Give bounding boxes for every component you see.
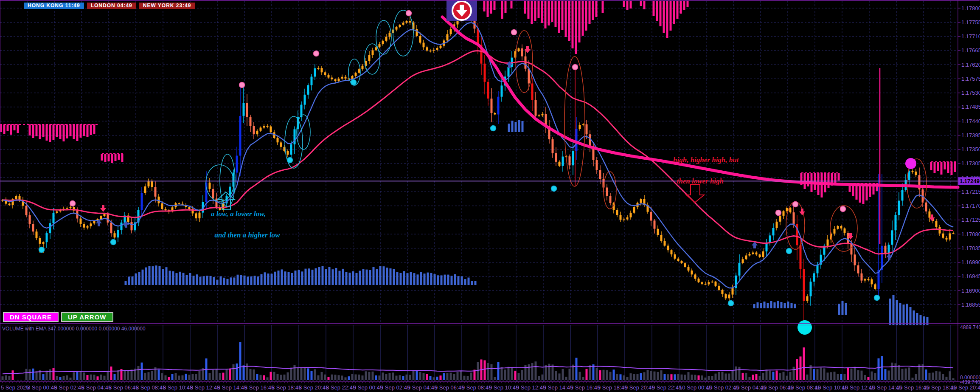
svg-text:1.17755: 1.17755 <box>961 19 980 25</box>
svg-text:1.17530: 1.17530 <box>961 90 980 96</box>
low-annotation: a low, a lower low, and then a higher lo… <box>211 209 280 240</box>
svg-text:8 Sep 00:45: 8 Sep 00:45 <box>27 384 57 391</box>
svg-text:9 Sep 02:45: 9 Sep 02:45 <box>380 384 410 391</box>
svg-text:9 Sep 14:45: 9 Sep 14:45 <box>543 384 573 391</box>
svg-text:9 Sep 12:45: 9 Sep 12:45 <box>516 384 546 391</box>
pink-high-dot <box>70 201 76 206</box>
svg-text:9 Sep 20:45: 9 Sep 20:45 <box>625 384 654 391</box>
svg-text:1.17170: 1.17170 <box>961 203 980 209</box>
pink-high-dot <box>573 65 578 70</box>
svg-text:9 Sep 22:45: 9 Sep 22:45 <box>652 384 682 391</box>
cyan-ellipse <box>376 20 391 54</box>
high-annotation-line1: high, higher high, but <box>673 156 739 164</box>
price-chart[interactable]: 1.178001.177551.177101.176651.176201.175… <box>0 0 980 392</box>
svg-text:8 Sep 02:45: 8 Sep 02:45 <box>54 384 84 391</box>
sell-signal-icon <box>446 0 477 21</box>
time-axis: 5 Sep 20258 Sep 00:458 Sep 02:458 Sep 04… <box>1 384 980 391</box>
session-clocks: HONG KONG 11:49 LONDON 04:49 NEW YORK 23… <box>24 3 195 9</box>
grid <box>0 1 958 382</box>
high-annotation: high, higher high, but then lower high <box>673 155 739 186</box>
svg-text:9 Sep 00:45: 9 Sep 00:45 <box>353 384 383 391</box>
up-arrow-marker <box>886 254 892 260</box>
svg-text:9 Sep 18:45: 9 Sep 18:45 <box>598 384 627 391</box>
svg-text:8 Sep 22:45: 8 Sep 22:45 <box>326 384 356 391</box>
pink-high-dot <box>239 82 245 88</box>
svg-text:8 Sep 14:45: 8 Sep 14:45 <box>217 384 247 391</box>
cyan-low-dot <box>786 248 792 254</box>
trading-chart-window: 1.178001.177551.177101.176651.176201.175… <box>0 0 980 392</box>
volume-pane <box>2 342 955 380</box>
session-london: LONDON 04:49 <box>87 3 136 9</box>
high-annotation-line2: then lower high <box>677 177 724 185</box>
red-ellipse <box>604 172 616 209</box>
red-ellipse <box>564 56 585 186</box>
candlesticks <box>2 8 955 323</box>
price-axis: 1.178001.177551.177101.176651.176201.175… <box>958 5 980 385</box>
svg-text:1.17710: 1.17710 <box>961 33 980 39</box>
svg-text:1.17665: 1.17665 <box>961 47 980 54</box>
svg-text:8 Sep 08:45: 8 Sep 08:45 <box>136 384 166 391</box>
pink-high-dot <box>511 30 517 35</box>
big-magenta-ball <box>905 158 916 169</box>
cyan-low-dot <box>39 247 45 253</box>
svg-text:1.17125: 1.17125 <box>961 217 980 223</box>
session-hongkong: HONG KONG 11:49 <box>24 3 84 9</box>
svg-text:5 Sep 2025: 5 Sep 2025 <box>1 384 29 391</box>
svg-text:9 Sep 10:45: 9 Sep 10:45 <box>489 384 519 391</box>
svg-text:1.16945: 1.16945 <box>961 273 980 279</box>
volume-indicator-label: VOLUME with EMA 347.000000 0.000000 0.00… <box>2 326 146 332</box>
cyan-low-dot <box>874 295 880 301</box>
pink-high-dot <box>776 210 781 216</box>
svg-text:1.17035: 1.17035 <box>961 245 980 251</box>
svg-text:8 Sep 10:45: 8 Sep 10:45 <box>163 384 193 391</box>
cyan-low-dot <box>111 240 116 245</box>
svg-text:1.17350: 1.17350 <box>961 146 980 152</box>
red-outline-down-arrow <box>686 184 704 203</box>
svg-text:1.16900: 1.16900 <box>961 288 980 294</box>
low-annotation-line2: and then a higher low <box>215 231 280 239</box>
svg-text:9 Sep 06:45: 9 Sep 06:45 <box>435 384 464 391</box>
svg-text:10 Sep 20:45: 10 Sep 20:45 <box>951 384 980 391</box>
pink-high-dot <box>406 11 412 16</box>
signal-legend: DN SQUARE UP ARROW <box>3 312 113 322</box>
up-arrow-badge: UP ARROW <box>61 312 113 322</box>
down-arrow-marker <box>100 205 106 212</box>
svg-text:1.17440: 1.17440 <box>961 118 980 124</box>
svg-text:1.16855: 1.16855 <box>961 302 980 308</box>
svg-text:8 Sep 16:45: 8 Sep 16:45 <box>244 384 274 391</box>
svg-text:9 Sep 16:45: 9 Sep 16:45 <box>570 384 600 391</box>
cyan-ellipse <box>297 115 310 149</box>
cyan-low-dot <box>728 301 734 306</box>
svg-text:1.17485: 1.17485 <box>961 104 980 110</box>
big-cyan-ball <box>797 320 812 335</box>
svg-text:1.17395: 1.17395 <box>961 132 980 138</box>
svg-text:8 Sep 18:45: 8 Sep 18:45 <box>272 384 301 391</box>
session-newyork: NEW YORK 23:49 <box>139 3 195 9</box>
pink-high-dot <box>793 202 798 207</box>
svg-text:1.16990: 1.16990 <box>961 259 980 265</box>
cyan-low-dot <box>551 186 557 192</box>
svg-text:1.17800: 1.17800 <box>961 5 980 11</box>
svg-text:1.17249: 1.17249 <box>960 178 980 184</box>
svg-text:1.17620: 1.17620 <box>961 62 980 68</box>
svg-text:4869.74000: 4869.74000 <box>960 324 980 330</box>
pink-high-dot <box>314 51 319 56</box>
svg-text:1.17305: 1.17305 <box>961 160 980 166</box>
svg-text:1.17575: 1.17575 <box>961 76 980 82</box>
svg-text:9 Sep 08:45: 9 Sep 08:45 <box>462 384 491 391</box>
dn-square-badge: DN SQUARE <box>3 312 59 322</box>
pink-high-dot <box>840 206 846 212</box>
svg-text:8 Sep 20:45: 8 Sep 20:45 <box>299 384 329 391</box>
cyan-low-dot <box>491 126 496 131</box>
svg-text:8 Sep 12:45: 8 Sep 12:45 <box>190 384 220 391</box>
low-annotation-line1: a low, a lower low, <box>211 210 266 218</box>
svg-text:8 Sep 04:45: 8 Sep 04:45 <box>81 384 111 391</box>
cyan-low-dot <box>287 158 293 163</box>
svg-text:9 Sep 04:45: 9 Sep 04:45 <box>407 384 437 391</box>
cyan-low-dot <box>351 80 357 85</box>
down-arrow-marker <box>799 209 805 215</box>
svg-text:8 Sep 06:45: 8 Sep 06:45 <box>109 384 138 391</box>
cyan-ellipse <box>393 10 413 56</box>
svg-text:1.17215: 1.17215 <box>961 189 980 195</box>
svg-text:1.17080: 1.17080 <box>961 231 980 237</box>
